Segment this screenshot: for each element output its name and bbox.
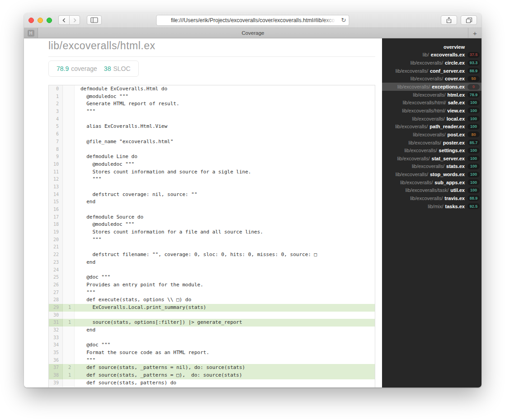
share-button[interactable] xyxy=(441,15,457,25)
sidebar-file-link[interactable]: lib/excoveralls/task/ util.ex 100 xyxy=(382,187,481,195)
sidebar-file-link[interactable]: lib/excoveralls/ poster.ex 85.7 xyxy=(382,139,481,147)
sidebar-file-link[interactable]: lib/excoveralls/ stat_server.ex 100 xyxy=(382,154,481,163)
line-hit-count: 1 xyxy=(63,304,75,312)
code-line: 6 xyxy=(49,131,375,138)
sidebar-file-link[interactable]: lib/ excoveralls.ex 37.5 xyxy=(382,51,481,59)
sidebar-file-link[interactable]: lib/excoveralls/ path_reader.ex 100 xyxy=(382,122,481,131)
line-hit-count: 1 xyxy=(63,372,75,379)
sidebar-item-overview[interactable]: overview xyxy=(382,43,481,51)
close-window-button[interactable] xyxy=(28,18,34,23)
sloc-count: 38 xyxy=(104,65,111,72)
file-name: view.ex xyxy=(447,108,465,113)
line-hit-count xyxy=(63,243,75,251)
line-hit-count xyxy=(63,229,75,236)
reload-icon[interactable]: ↻ xyxy=(341,17,346,23)
file-path-prefix: lib/excoveralls/ xyxy=(413,92,445,98)
code-line: 20 """ xyxy=(49,236,375,244)
sidebar-file-link[interactable]: lib/excoveralls/ settings.ex 100 xyxy=(382,146,481,154)
code-line: 4 xyxy=(49,116,375,123)
code-line: 33 xyxy=(49,334,375,342)
file-name: local.ex xyxy=(447,116,465,121)
address-bar[interactable]: file:///Users/erik/Projects/excoveralls/… xyxy=(156,15,349,26)
back-button[interactable] xyxy=(58,15,69,25)
sidebar-file-link[interactable]: lib/excoveralls/ local.ex 100 xyxy=(382,115,481,123)
code-line: 5 alias ExCoveralls.Html.View xyxy=(49,123,375,131)
line-number: 38 xyxy=(49,372,63,379)
sidebar-file-link[interactable]: lib/excoveralls/ sub_apps.ex 100 xyxy=(382,178,481,187)
line-number: 9 xyxy=(49,153,63,161)
sidebar-file-link[interactable]: lib/excoveralls/html/ view.ex 100 xyxy=(382,107,481,115)
minimize-window-button[interactable] xyxy=(38,18,43,23)
zoom-window-button[interactable] xyxy=(47,18,52,23)
line-source xyxy=(75,146,375,154)
forward-button[interactable] xyxy=(69,15,80,25)
url-fade xyxy=(324,16,339,25)
file-path-prefix: lib/excoveralls/ xyxy=(410,196,443,201)
line-number: 15 xyxy=(49,198,63,206)
line-number: 11 xyxy=(49,168,63,176)
code-line: 2 Generate HTML report of result. xyxy=(49,100,375,108)
pinned-tab[interactable]: H xyxy=(24,28,38,38)
file-path-prefix: lib/excoveralls/ xyxy=(397,84,430,89)
line-number: 35 xyxy=(49,349,63,357)
code-line: 25 @doc """ xyxy=(49,274,375,281)
sidebar-file-link[interactable]: lib/excoveralls/html/ safe.ex 100 xyxy=(382,98,481,107)
file-name: travis.ex xyxy=(444,196,465,201)
line-source: """ xyxy=(75,357,375,364)
sidebar-file-link[interactable]: lib/excoveralls/ stop_words.ex 100 xyxy=(382,170,481,178)
share-icon xyxy=(446,17,452,23)
line-number: 4 xyxy=(49,116,63,123)
code-line: 7 @file_name "excoveralls.html" xyxy=(49,138,375,146)
sidebar-file-link[interactable]: lib/excoveralls/ cover.ex 50 xyxy=(382,75,481,83)
sidebar-file-link[interactable]: lib/excoveralls/ conf_server.ex 88.9 xyxy=(382,67,481,75)
sidebar-file-link[interactable]: lib/excoveralls/ html.ex 78.9 xyxy=(382,91,481,99)
sidebar-file-link[interactable]: lib/excoveralls/ post.ex 80 xyxy=(382,131,481,139)
file-path-prefix: lib/excoveralls/task/ xyxy=(406,187,448,193)
code-listing: 0 defmodule ExCoveralls.Html do 1 @modul… xyxy=(48,85,375,387)
line-hit-count xyxy=(63,161,75,168)
page-title: lib/excoveralls/html.ex xyxy=(48,40,375,57)
tab-coverage[interactable]: Coverage xyxy=(38,28,468,38)
line-source xyxy=(75,206,375,214)
sidebar-file-link[interactable]: lib/excoveralls/ travis.ex 88.9 xyxy=(382,194,481,202)
line-source: Generate HTML report of result. xyxy=(75,100,375,108)
browser-toolbar: file:///Users/erik/Projects/excoveralls/… xyxy=(24,13,481,28)
sidebar-file-link[interactable]: lib/excoveralls/ circle.ex 93.3 xyxy=(382,59,481,67)
coverage-badge: 78.9 xyxy=(467,92,480,98)
sidebar-toggle-button[interactable] xyxy=(87,15,102,25)
line-number: 34 xyxy=(49,341,63,349)
code-line: 31 1 source(stats, options[:filter]) |> … xyxy=(49,319,375,327)
new-tab-button[interactable]: + xyxy=(468,28,481,38)
tab-bar: H Coverage + xyxy=(24,28,481,38)
forward-icon xyxy=(72,18,77,23)
line-number: 28 xyxy=(49,296,63,304)
code-line: 23 end xyxy=(49,259,375,266)
sidebar-file-link[interactable]: lib/excoveralls/ exceptions.ex 0 xyxy=(382,83,481,91)
line-hit-count xyxy=(63,251,75,259)
line-number: 31 xyxy=(49,319,63,327)
line-number: 29 xyxy=(49,304,63,312)
coverage-badge: 100 xyxy=(467,172,480,177)
code-line: 30 xyxy=(49,312,375,319)
coverage-label: coverage xyxy=(71,65,97,72)
sidebar-file-link[interactable]: lib/mix/ tasks.ex 92.5 xyxy=(382,202,481,210)
coverage-badge: 50 xyxy=(467,76,480,82)
show-tabs-button[interactable] xyxy=(461,15,477,25)
code-line: 0 defmodule ExCoveralls.Html do xyxy=(49,85,375,93)
file-sidebar: overview lib/ excoveralls.ex 37.5 lib/ex… xyxy=(382,38,481,387)
coverage-badge: 37.5 xyxy=(467,52,480,58)
line-source xyxy=(75,266,375,274)
coverage-badge: 100 xyxy=(467,116,480,121)
line-number: 27 xyxy=(49,289,63,297)
line-number: 32 xyxy=(49,327,63,334)
code-line: 34 @doc """ xyxy=(49,341,375,349)
code-line: 8 xyxy=(49,146,375,154)
sidebar-file-link[interactable]: lib/excoveralls/ stats.ex 100 xyxy=(382,163,481,171)
line-hit-count xyxy=(63,183,75,191)
file-path-prefix: lib/ xyxy=(423,52,429,57)
file-name: circle.ex xyxy=(445,60,465,65)
line-hit-count xyxy=(63,108,75,116)
line-source: end xyxy=(75,327,375,334)
file-path-prefix: lib/excoveralls/ xyxy=(400,180,433,185)
line-source: @moduledoc """ xyxy=(75,161,375,168)
